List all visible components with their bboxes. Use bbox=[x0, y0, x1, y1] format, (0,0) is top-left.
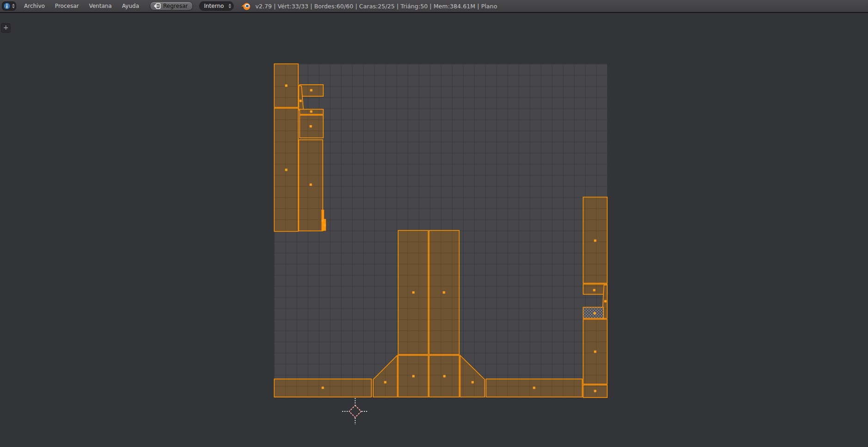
uv-face-strip-right-center-dot[interactable] bbox=[533, 387, 536, 389]
uv-face-b-sliver-center-dot[interactable] bbox=[300, 100, 302, 102]
uv-face-s1-center-dot[interactable] bbox=[322, 220, 324, 222]
info-header: Archivo Procesar Ventana Ayuda Regresar … bbox=[0, 0, 868, 13]
uv-editor-viewport[interactable]: + bbox=[0, 13, 868, 447]
menu-ventana[interactable]: Ventana bbox=[84, 0, 117, 12]
back-button-label: Regresar bbox=[163, 3, 188, 9]
engine-dropdown[interactable]: Interno bbox=[199, 1, 234, 11]
editor-type-selector[interactable] bbox=[2, 1, 16, 11]
uv-face-r-sliver-center-dot[interactable] bbox=[604, 300, 607, 303]
scene-stats: v2.79 | Vért:33/33 | Bordes:60/60 | Cara… bbox=[255, 3, 497, 10]
uv-face-trap-left-center-dot[interactable] bbox=[384, 381, 387, 384]
uv-face-b-mid-center-dot[interactable] bbox=[310, 125, 312, 128]
uv-face-a2-center-dot[interactable] bbox=[285, 169, 288, 171]
uv-face-r3-center-dot[interactable] bbox=[594, 351, 597, 353]
back-arrow-icon bbox=[153, 3, 161, 9]
blender-logo-icon bbox=[240, 2, 251, 10]
uv-face-s2-center-dot[interactable] bbox=[324, 224, 326, 227]
uv-face-m1-center-dot[interactable] bbox=[412, 292, 415, 294]
uv-face-r2-center-dot[interactable] bbox=[593, 289, 596, 292]
back-button[interactable]: Regresar bbox=[150, 1, 193, 11]
menu-ayuda[interactable]: Ayuda bbox=[117, 0, 144, 12]
uv-canvas[interactable] bbox=[0, 13, 868, 447]
uv-face-trap-right-center-dot[interactable] bbox=[472, 381, 474, 384]
uv-face-r-stipple-center-dot[interactable] bbox=[594, 312, 596, 315]
engine-dropdown-value: Interno bbox=[204, 3, 224, 9]
menu-archivo[interactable]: Archivo bbox=[19, 0, 50, 12]
menu-procesar[interactable]: Procesar bbox=[50, 0, 84, 12]
uv-face-b-bar-center-dot[interactable] bbox=[310, 111, 313, 113]
uv-face-r4-center-dot[interactable] bbox=[594, 390, 597, 392]
uv-2d-cursor[interactable] bbox=[342, 398, 368, 425]
uv-face-a1-center-dot[interactable] bbox=[285, 85, 288, 87]
info-editor-icon bbox=[3, 2, 11, 10]
spinner-up-icon bbox=[12, 4, 15, 6]
uv-face-b-low-center-dot[interactable] bbox=[310, 184, 312, 186]
spinner-down-icon bbox=[12, 6, 15, 8]
uv-face-m2-base-center-dot[interactable] bbox=[443, 375, 446, 378]
uv-face-strip-left-center-dot[interactable] bbox=[322, 387, 324, 389]
uv-face-r1-center-dot[interactable] bbox=[594, 240, 597, 242]
uv-face-b-top-center-dot[interactable] bbox=[310, 89, 313, 92]
uv-face-m2-center-dot[interactable] bbox=[443, 292, 445, 294]
engine-dropdown-spinner[interactable] bbox=[228, 4, 231, 8]
editor-selector-spinner[interactable] bbox=[12, 4, 15, 8]
uv-face-r-stipple[interactable] bbox=[583, 307, 603, 318]
spinner-up-icon bbox=[228, 4, 231, 6]
spinner-down-icon bbox=[228, 6, 231, 8]
uv-face-m1-base-center-dot[interactable] bbox=[412, 375, 415, 378]
